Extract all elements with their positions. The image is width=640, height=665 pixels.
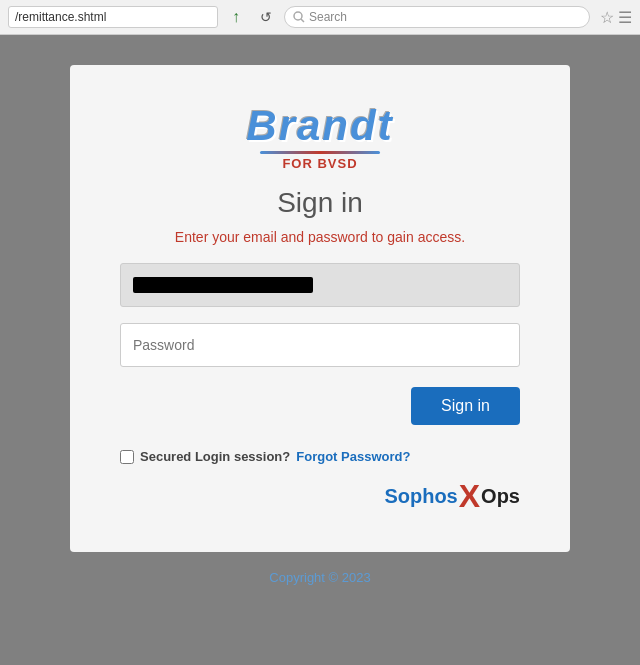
sophos-text-right: Ops bbox=[481, 485, 520, 508]
email-field-container bbox=[120, 263, 520, 307]
signin-button[interactable]: Sign in bbox=[411, 387, 520, 425]
url-text: /remittance.shtml bbox=[15, 10, 106, 24]
sophos-text-left: Sophos bbox=[384, 485, 457, 508]
subtitle-brand: BVSD bbox=[317, 156, 357, 171]
svg-line-1 bbox=[301, 19, 304, 22]
forgot-password-link[interactable]: Forgot Password? bbox=[296, 449, 410, 464]
secured-label: Secured Login session? bbox=[140, 449, 290, 464]
svg-point-0 bbox=[294, 12, 302, 20]
browser-chrome: /remittance.shtml ↑ ↺ Search ☆ ☰ bbox=[0, 0, 640, 35]
reload-button[interactable]: ↺ bbox=[254, 5, 278, 29]
password-input[interactable] bbox=[120, 323, 520, 367]
star-icon[interactable]: ☆ bbox=[600, 8, 614, 27]
error-message: Enter your email and password to gain ac… bbox=[175, 229, 465, 245]
reload-icon: ↺ bbox=[260, 9, 272, 25]
logo-area: Brandt FOR BVSD bbox=[246, 105, 393, 171]
url-bar[interactable]: /remittance.shtml bbox=[8, 6, 218, 28]
menu-icon[interactable]: ☰ bbox=[618, 8, 632, 27]
brand-logo-text: Brandt bbox=[246, 105, 393, 147]
email-field-group bbox=[120, 263, 520, 307]
page-content: Brandt FOR BVSD Sign in Enter your email… bbox=[0, 35, 640, 665]
search-icon bbox=[293, 11, 305, 23]
sophos-logo: Sophos X Ops bbox=[120, 480, 520, 512]
search-placeholder: Search bbox=[309, 10, 347, 24]
secured-checkbox[interactable] bbox=[120, 450, 134, 464]
secured-login: Secured Login session? Forgot Password? bbox=[120, 449, 410, 464]
browser-icons: ☆ ☰ bbox=[600, 8, 632, 27]
sophos-x-icon: X bbox=[459, 480, 480, 512]
login-card: Brandt FOR BVSD Sign in Enter your email… bbox=[70, 65, 570, 552]
email-masked-value bbox=[133, 277, 313, 293]
logo-underline bbox=[260, 151, 380, 154]
search-bar[interactable]: Search bbox=[284, 6, 590, 28]
bottom-options: Secured Login session? Forgot Password? bbox=[120, 449, 520, 464]
logo-subtitle: FOR BVSD bbox=[246, 156, 393, 171]
copyright-text: Copyright © 2023 bbox=[269, 570, 370, 585]
up-button[interactable]: ↑ bbox=[224, 5, 248, 29]
signin-heading: Sign in bbox=[277, 187, 363, 219]
password-field-group bbox=[120, 323, 520, 367]
subtitle-prefix: FOR bbox=[282, 156, 317, 171]
